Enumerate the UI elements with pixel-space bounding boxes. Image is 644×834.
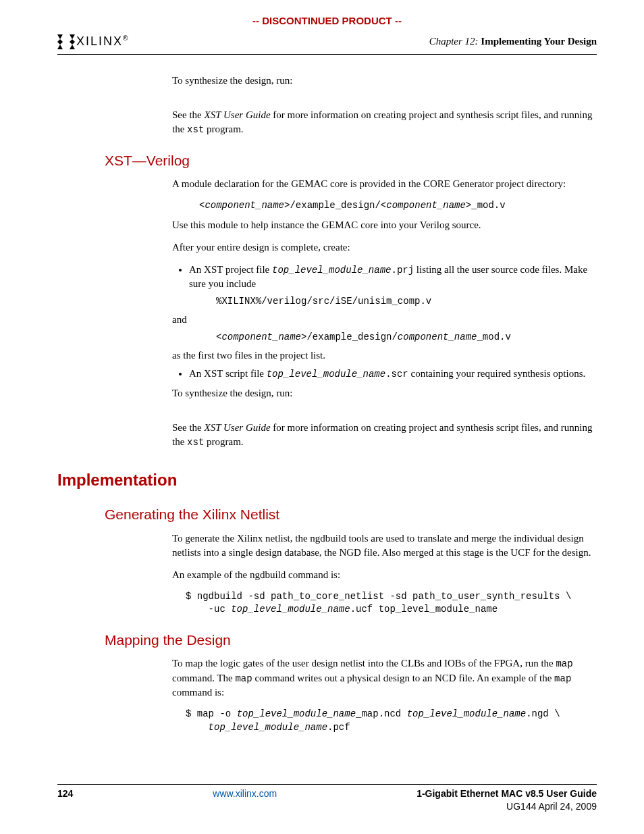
cc: _mod.v: [471, 200, 505, 211]
t: See the: [172, 422, 204, 433]
cc: <component_name>: [381, 200, 471, 211]
cc: $ ngdbuild -sd path_to_core_netlist -sd …: [186, 591, 571, 602]
cc: -uc: [209, 604, 232, 615]
chapter-label: Chapter 12: Implementing Your Design: [429, 34, 597, 49]
code-component-path: <component_name>/example_design/<compone…: [199, 199, 597, 213]
synth-intro-2: To synthesize the design, run:: [172, 386, 597, 400]
discontinued-banner: -- DISCONTINUED PRODUCT --: [57, 14, 597, 28]
page-number: 124: [57, 787, 73, 801]
map-cmd: map: [554, 673, 571, 684]
list-item: An XST script file top_level_module_name…: [189, 367, 597, 382]
and-text: and: [172, 313, 597, 327]
footer-url[interactable]: www.xilinx.com: [213, 787, 277, 801]
xst-guide-title: XST User Guide: [204, 422, 270, 433]
cc: top_level_module_name: [407, 708, 526, 719]
cc: /example_design/: [306, 332, 397, 342]
cc: top_level_module_name: [209, 722, 327, 733]
cc: _mod.v: [477, 332, 510, 342]
chapter-title: Implementing Your Design: [481, 36, 597, 47]
xilinx-logo-icon: [57, 34, 75, 49]
gen-netlist-para: To generate the Xilinx netlist, the ngdb…: [172, 531, 597, 560]
svg-marker-3: [60, 39, 63, 45]
xst-cmd: xst: [187, 124, 204, 135]
main-content: To synthesize the design, run: See the X…: [57, 74, 597, 734]
svg-marker-7: [72, 39, 75, 45]
cc: $ map -o: [186, 708, 237, 719]
cc: /example_design/: [290, 200, 380, 211]
cc: .scr: [385, 369, 408, 380]
code-ngdbuild: $ ngdbuild -sd path_to_core_netlist -sd …: [186, 590, 597, 617]
logo-text: XILINX: [76, 33, 128, 50]
map-cmd: map: [235, 673, 252, 684]
svg-marker-5: [70, 45, 75, 49]
cc: _map.ncd: [356, 708, 407, 719]
use-module-para: Use this module to help instance the GEM…: [172, 218, 597, 232]
svg-marker-0: [57, 34, 63, 39]
svg-marker-6: [70, 39, 72, 45]
mapping-para: To map the logic gates of the user desig…: [172, 656, 597, 700]
xst-guide-ref-2: See the XST User Guide for more informat…: [172, 421, 597, 450]
code-xilinx-path: %XILINX%/verilog/src/iSE/unisim_comp.v: [216, 295, 597, 309]
t: program.: [204, 124, 243, 134]
t: To map the logic gates of the user desig…: [172, 658, 556, 669]
svg-marker-8: [63, 34, 70, 41]
t: An XST script file: [189, 368, 267, 379]
heading-mapping: Mapping the Design: [105, 630, 597, 650]
footer-doc-info: 1-Gigabit Ethernet MAC v8.5 User Guide U…: [417, 787, 597, 814]
map-cmd: map: [556, 658, 572, 669]
after-complete-para: After your entire design is complete, cr…: [172, 240, 597, 255]
t: command. The: [172, 673, 235, 683]
page-header: XILINX Chapter 12: Implementing Your Des…: [57, 33, 597, 55]
code-component-path-2: <component_name>/example_design/componen…: [216, 331, 597, 344]
cc: .prj: [391, 265, 414, 276]
cc: top_level_module_name: [237, 708, 356, 719]
svg-marker-2: [57, 39, 60, 45]
heading-xst-verilog: XST—Verilog: [105, 151, 597, 170]
svg-marker-4: [70, 34, 75, 39]
t: See the: [172, 109, 204, 120]
cc: .pcf: [327, 722, 350, 733]
cc: top_level_module_name: [272, 265, 391, 276]
t: command writes out a physical design to …: [252, 673, 554, 683]
code-map: $ map -o top_level_module_name_map.ncd t…: [186, 708, 597, 734]
xst-guide-ref-1: See the XST User Guide for more informat…: [172, 108, 597, 137]
xst-cmd: xst: [187, 437, 204, 448]
bullet-list-1: An XST project file top_level_module_nam…: [172, 263, 597, 381]
cc: .ngd \: [526, 708, 560, 719]
synth-intro-1: To synthesize the design, run:: [172, 74, 597, 88]
cc: top_level_module_name: [231, 604, 350, 615]
t: command is:: [172, 687, 224, 698]
list-item: An XST project file top_level_module_nam…: [189, 263, 597, 363]
cc: .ucf top_level_module_name: [350, 604, 498, 615]
cc: component_name: [398, 332, 477, 342]
first-two-para: as the first two files in the project li…: [172, 348, 597, 363]
cc: top_level_module_name: [267, 369, 385, 380]
heading-implementation: Implementation: [57, 469, 597, 492]
cc: <component_name>: [216, 332, 306, 342]
page-footer: 124 www.xilinx.com 1-Gigabit Ethernet MA…: [57, 784, 597, 814]
doc-title: 1-Gigabit Ethernet MAC v8.5 User Guide: [417, 787, 597, 801]
ngdbuild-ex-para: An example of the ngdbuild command is:: [172, 568, 597, 582]
t: containing your required synthesis optio…: [408, 368, 585, 379]
heading-gen-netlist: Generating the Xilinx Netlist: [105, 504, 597, 524]
doc-subtitle: UG144 April 24, 2009: [417, 800, 597, 814]
t: An XST project file: [189, 264, 272, 275]
t: program.: [204, 436, 243, 447]
module-decl-para: A module declaration for the GEMAC core …: [172, 177, 597, 191]
xst-guide-title: XST User Guide: [204, 109, 270, 120]
cc: <component_name>: [199, 200, 290, 211]
svg-marker-1: [57, 45, 63, 49]
xilinx-logo: XILINX: [57, 33, 128, 50]
chapter-prefix: Chapter 12:: [429, 36, 479, 47]
